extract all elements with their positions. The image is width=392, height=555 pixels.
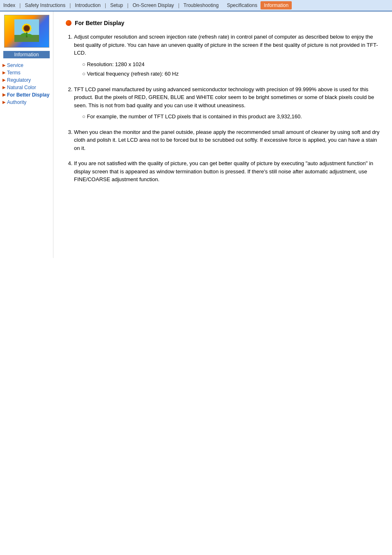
sub-item-2-1: For example, the number of TFT LCD pixel… (82, 113, 380, 121)
nav-sep-4: | (127, 2, 129, 8)
arrow-icon-terms: ▶ (2, 70, 6, 75)
list-item-1: Adjust computer resolution and screen in… (74, 33, 380, 78)
sidebar-link-for-better-display[interactable]: ▶ For Better Display (0, 91, 53, 99)
section-title: For Better Display (66, 20, 380, 26)
sub-item-1-1: Resolution: 1280 x 1024 (82, 60, 380, 69)
arrow-icon-for-better-display: ▶ (2, 92, 6, 97)
sidebar: Information ▶ Service ▶ Terms ▶ Regulato… (0, 12, 53, 258)
nav-safety[interactable]: Safety Instructions (21, 1, 69, 9)
section-title-text: For Better Display (75, 20, 125, 26)
nav-sep-2: | (69, 2, 71, 8)
sidebar-link-natural-color[interactable]: ▶ Natural Color (0, 84, 53, 91)
list-item-2-sub: For example, the number of TFT LCD pixel… (74, 113, 380, 121)
list-item-3: When you clean the monitor and the panel… (74, 128, 380, 152)
sidebar-link-authority[interactable]: ▶ Authority (0, 99, 53, 106)
nav-troubleshooting[interactable]: Troubleshooting (180, 1, 222, 9)
nav-bar: Index | Safety Instructions | Introducti… (0, 0, 392, 12)
nav-specifications[interactable]: Specifications (224, 1, 261, 9)
nav-sep-3: | (104, 2, 107, 8)
nav-information[interactable]: Information (261, 1, 292, 9)
list-item-1-sub: Resolution: 1280 x 1024 Vertical frequen… (74, 60, 380, 78)
sidebar-info-label: Information (3, 51, 50, 58)
content-list: Adjust computer resolution and screen in… (66, 33, 380, 184)
nav-setup[interactable]: Setup (107, 1, 126, 9)
arrow-icon-service: ▶ (2, 63, 6, 67)
arrow-icon-regulatory: ▶ (2, 78, 6, 82)
svg-point-9 (24, 26, 29, 31)
nav-sep-1: | (18, 2, 21, 8)
sidebar-logo (4, 15, 49, 48)
sidebar-link-terms[interactable]: ▶ Terms (0, 69, 53, 76)
list-item-1-text: Adjust computer resolution and screen in… (74, 34, 378, 56)
list-item-4: If you are not satisfied with the qualit… (74, 159, 380, 184)
sub-item-1-2: Vertical frequency (refresh rate): 60 Hz (82, 70, 380, 78)
list-item-2: TFT LCD panel manufactured by using adva… (74, 85, 380, 121)
sidebar-link-service[interactable]: ▶ Service (0, 62, 53, 69)
arrow-icon-natural-color: ▶ (2, 85, 6, 90)
arrow-icon-authority: ▶ (2, 100, 6, 104)
nav-introduction[interactable]: Introduction (71, 1, 104, 9)
list-item-4-text: If you are not satisfied with the qualit… (74, 160, 373, 182)
main-layout: Information ▶ Service ▶ Terms ▶ Regulato… (0, 12, 392, 258)
list-item-2-text: TFT LCD panel manufactured by using adva… (74, 86, 374, 108)
nav-sep-5: | (177, 2, 180, 8)
nav-osd[interactable]: On-Screen Display (129, 1, 178, 9)
bullet-icon (66, 20, 71, 26)
nav-index[interactable]: Index (0, 1, 18, 9)
list-item-3-text: When you clean the monitor and the panel… (74, 129, 380, 151)
content-area: For Better Display Adjust computer resol… (53, 12, 392, 258)
sidebar-link-regulatory[interactable]: ▶ Regulatory (0, 76, 53, 84)
